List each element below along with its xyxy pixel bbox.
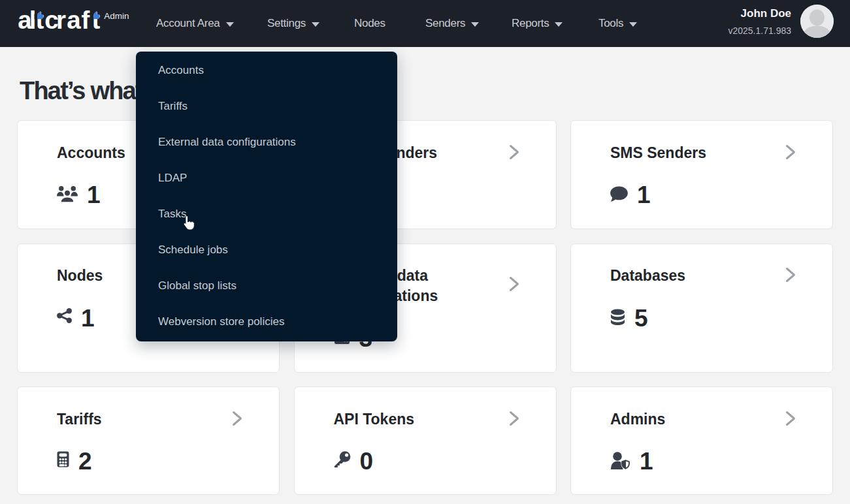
- svg-text:f: f: [81, 6, 90, 34]
- svg-text:r: r: [56, 6, 66, 34]
- svg-text:a: a: [67, 6, 81, 34]
- svg-text:Admin: Admin: [104, 11, 129, 21]
